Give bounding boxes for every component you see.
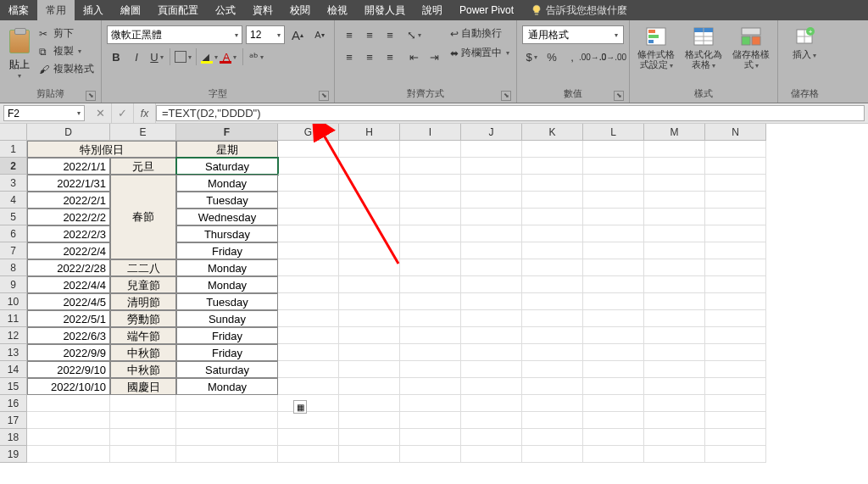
autofill-options-button[interactable]: ▦ [293,400,307,414]
cell-M14[interactable] [644,361,705,378]
cell-I19[interactable] [400,446,461,463]
cell-N10[interactable] [705,293,766,310]
cell-F7[interactable]: Friday [176,242,278,259]
cell-K16[interactable] [522,395,583,412]
cell-L10[interactable] [583,293,644,310]
row-header-3[interactable]: 3 [0,175,27,192]
format-painter-button[interactable]: 🖌複製格式 [37,61,96,77]
cell-D16[interactable] [27,395,110,412]
cell-D4[interactable]: 2022/2/1 [27,192,110,209]
row-header-17[interactable]: 17 [0,412,27,429]
cell-K11[interactable] [522,310,583,327]
cell-J9[interactable] [461,276,522,293]
copy-button[interactable]: ⧉複製▾ [37,43,96,59]
cell-J11[interactable] [461,310,522,327]
cell-I8[interactable] [400,259,461,276]
cell-J13[interactable] [461,344,522,361]
cell-H9[interactable] [339,276,400,293]
cell-F5[interactable]: Wednesday [176,209,278,225]
fill-color-button[interactable]: ◢▾ [200,47,219,66]
tab-formulas[interactable]: 公式 [207,0,244,20]
cell-F17[interactable] [176,412,278,429]
cell-L18[interactable] [583,429,644,446]
align-bottom-button[interactable]: ≡ [381,25,399,44]
cell-D5[interactable]: 2022/2/2 [27,209,110,225]
row-header-4[interactable]: 4 [0,192,27,209]
cell-D14[interactable]: 2022/9/10 [27,361,110,378]
cell-E2[interactable]: 元旦 [110,158,176,175]
cell-G15[interactable] [278,378,339,395]
cell-E6[interactable] [110,225,176,242]
cell-I9[interactable] [400,276,461,293]
cell-E17[interactable] [110,412,176,429]
cell-K17[interactable] [522,412,583,429]
cell-D12[interactable]: 2022/6/3 [27,327,110,344]
enter-formula-button[interactable]: ✓ [112,103,134,123]
cell-H7[interactable] [339,242,400,259]
increase-indent-button[interactable]: ⇥ [425,47,443,66]
cell-F15[interactable]: Monday [176,378,278,395]
tab-power-pivot[interactable]: Power Pivot [451,0,522,20]
cell-L6[interactable] [583,225,644,242]
row-header-8[interactable]: 8 [0,259,27,276]
cell-N13[interactable] [705,344,766,361]
cell-J8[interactable] [461,259,522,276]
cell-H2[interactable] [339,158,400,175]
cell-G4[interactable] [278,192,339,209]
row-header-7[interactable]: 7 [0,242,27,259]
cell-K4[interactable] [522,192,583,209]
cell-M5[interactable] [644,209,705,225]
cell-K18[interactable] [522,429,583,446]
accounting-format-button[interactable]: $▾ [522,47,541,66]
cell-M8[interactable] [644,259,705,276]
cell-styles-button[interactable]: 儲存格樣式▾ [730,25,772,70]
cell-M18[interactable] [644,429,705,446]
cell-L4[interactable] [583,192,644,209]
number-format-select[interactable]: 通用格式▾ [522,25,624,44]
cell-K10[interactable] [522,293,583,310]
cell-M9[interactable] [644,276,705,293]
decrease-indent-button[interactable]: ⇤ [404,47,423,66]
cell-N7[interactable] [705,242,766,259]
formula-input[interactable]: =TEXT(D2,"DDDD") [156,105,865,121]
cell-D11[interactable]: 2022/5/1 [27,310,110,327]
tab-help[interactable]: 說明 [414,0,451,20]
cell-K5[interactable] [522,209,583,225]
cell-K8[interactable] [522,259,583,276]
column-header-E[interactable]: E [110,124,176,141]
cell-D19[interactable] [27,446,110,463]
cell-L3[interactable] [583,175,644,192]
tab-view[interactable]: 檢視 [319,0,356,20]
font-name-select[interactable]: 微軟正黑體▾ [107,25,242,44]
cell-H14[interactable] [339,361,400,378]
cell-F4[interactable]: Tuesday [176,192,278,209]
cell-I16[interactable] [400,395,461,412]
cell-N8[interactable] [705,259,766,276]
cell-M3[interactable] [644,175,705,192]
tell-me-search[interactable]: 告訴我您想做什麼 [522,0,636,20]
align-top-button[interactable]: ≡ [340,25,359,44]
cell-I6[interactable] [400,225,461,242]
cell-F6[interactable]: Thursday [176,225,278,242]
align-center-button[interactable]: ≡ [360,47,379,66]
cell-M4[interactable] [644,192,705,209]
row-header-9[interactable]: 9 [0,276,27,293]
cell-E16[interactable] [110,395,176,412]
insert-function-button[interactable]: fx [134,103,156,123]
cell-M11[interactable] [644,310,705,327]
cell-G7[interactable] [278,242,339,259]
row-header-18[interactable]: 18 [0,429,27,446]
cell-H12[interactable] [339,327,400,344]
cell-I14[interactable] [400,361,461,378]
cell-J3[interactable] [461,175,522,192]
cell-I1[interactable] [400,141,461,158]
cell-G5[interactable] [278,209,339,225]
cell-I15[interactable] [400,378,461,395]
cell-E8[interactable]: 二二八 [110,259,176,276]
cell-F10[interactable]: Tuesday [176,293,278,310]
cell-I17[interactable] [400,412,461,429]
cell-F13[interactable]: Friday [176,344,278,361]
cell-N18[interactable] [705,429,766,446]
column-header-H[interactable]: H [339,124,400,141]
cell-I10[interactable] [400,293,461,310]
